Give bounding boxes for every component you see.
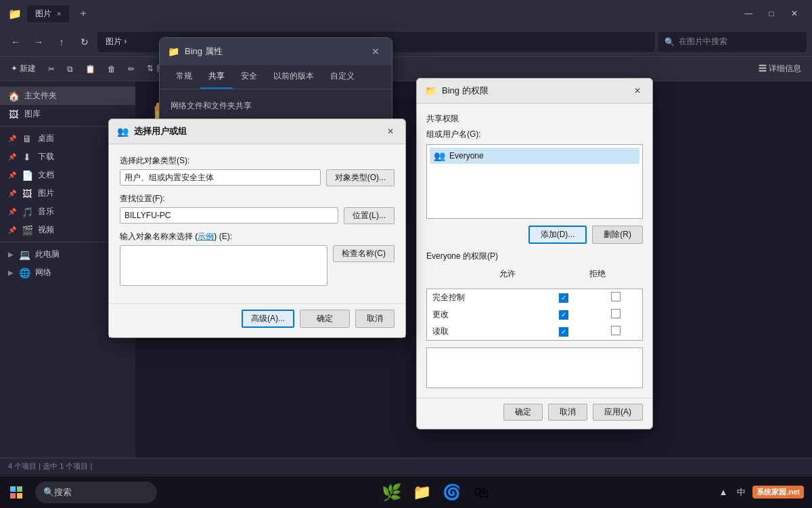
textarea-row: 检查名称(C) [120,245,394,286]
perm-read-allow[interactable]: ✓ [538,323,590,341]
share-perm-label: 共享权限 [426,113,643,125]
perm-change-deny[interactable] [590,306,643,323]
tab-label: 图片 [35,8,51,20]
active-tab[interactable]: 图片 × [27,5,69,22]
bing-props-close[interactable]: ✕ [367,43,384,60]
new-tab-btn[interactable]: + [74,7,91,20]
location-btn[interactable]: 位置(L)... [344,207,394,224]
tab-previous[interactable]: 以前的版本 [265,65,322,89]
rename-btn[interactable]: ✏ [122,62,140,77]
taskbar-show-desktop[interactable]: ▲ [717,486,731,499]
perm-row-full: 完全控制 ✓ [427,289,643,307]
up-btn[interactable]: ↑ [51,32,72,52]
select-user-close[interactable]: ✕ [384,125,397,138]
perm-read-deny[interactable] [590,323,643,341]
select-user-ok-btn[interactable]: 确定 [300,310,350,328]
sidebar-network-label: 网络 [35,267,51,278]
delete-btn[interactable]: 🗑 [102,62,121,77]
bing-props-tabs: 常规 共享 安全 以前的版本 自定义 [160,65,392,89]
perm-titlebar: 📁 Bing 的权限 ✕ [417,79,652,104]
checkbox-change-deny[interactable] [611,309,621,318]
network-icon: 🌐 [19,268,30,278]
svg-rect-0 [10,486,16,492]
home-icon: 🏠 [8,91,19,102]
pin-icon6: 📌 [8,226,16,234]
tab-custom[interactable]: 自定义 [322,65,363,89]
tab-share[interactable]: 共享 [200,65,233,89]
taskbar-edge-icon[interactable]: 🌀 [439,480,464,505]
sidebar-item-home[interactable]: 🏠 主文件夹 [0,87,135,105]
pin-icon4: 📌 [8,190,16,197]
gallery-icon: 🖼 [8,109,19,120]
check-name-btn[interactable]: 检查名称(C) [333,245,394,262]
checkbox-read-deny[interactable] [611,326,621,335]
taskbar-search-icon: 🔍 [43,487,54,497]
start-button[interactable] [0,476,32,509]
select-user-cancel-btn[interactable]: 取消 [355,310,394,328]
search-icon: 🔍 [664,37,675,47]
tab-close-btn[interactable]: × [57,9,61,18]
perm-row-read: 读取 ✓ [427,323,643,341]
details-label: ☰ 详细信息 [759,63,801,75]
perm-username: Everyone [449,151,484,161]
taskbar-store-icon[interactable]: 🛍 [469,480,493,505]
action-bar: ✦ 新建 ✂ ⧉ 📋 🗑 ✏ ⇅ 排序 👁 查看 ··· ☰ 详细信息 [0,57,812,81]
details-btn[interactable]: ☰ 详细信息 [753,60,807,77]
taskbar-explorer-icon[interactable]: 📁 [409,480,434,505]
tab-general[interactable]: 常规 [168,65,200,89]
new-btn[interactable]: ✦ 新建 [5,60,41,77]
perm-user-item[interactable]: 👥 Everyone [430,148,639,164]
perm-apply-btn[interactable]: 应用(A) [593,404,643,421]
perm-cancel-btn[interactable]: 取消 [548,404,587,421]
path-text: 图片 › [106,36,127,47]
copy-btn[interactable]: ⧉ [62,62,78,77]
window-controls: — □ ✕ [739,4,804,23]
perm-ok-btn[interactable]: 确定 [503,404,543,421]
user-input-textarea[interactable] [120,245,328,286]
sidebar-desktop-label: 桌面 [38,133,54,144]
taskbar-search[interactable]: 🔍 搜索 [35,482,157,503]
forward-btn[interactable]: → [28,32,49,52]
perm-close-btn[interactable]: ✕ [631,84,644,98]
select-user-titlebar: 👥 选择用户或组 ✕ [109,119,405,144]
maximize-btn[interactable]: □ [762,4,781,23]
tab-security[interactable]: 安全 [233,65,265,89]
pin-icon2: 📌 [8,153,16,161]
taskbar-grass-icon[interactable]: 🌿 [380,480,404,505]
videos-icon: 🎬 [22,225,32,236]
checkbox-full-deny[interactable] [611,292,621,301]
title-bar: 📁 图片 × + — □ ✕ [0,0,812,27]
add-user-btn[interactable]: 添加(D)... [528,226,587,244]
input-link[interactable]: 示例 [198,232,214,241]
taskbar-search-text: 搜索 [54,486,72,499]
rename-icon: ✏ [128,64,135,74]
checkbox-full-allow[interactable]: ✓ [559,293,568,303]
checkbox-read-allow[interactable]: ✓ [559,327,568,337]
advanced-btn[interactable]: 高级(A)... [242,310,294,328]
perm-body: 共享权限 组或用户名(G): 👥 Everyone 添加(D)... 删除(R)… [417,104,652,398]
svg-rect-2 [10,493,16,499]
back-btn[interactable]: ← [5,32,26,52]
search-bar[interactable]: 🔍 在图片中搜索 [658,32,807,52]
svg-rect-1 [17,486,22,492]
taskbar-lang[interactable]: 中 [734,485,748,500]
perm-change-allow[interactable]: ✓ [538,306,590,323]
cut-btn[interactable]: ✂ [43,62,60,77]
remove-user-btn[interactable]: 删除(R) [592,226,643,244]
object-type-btn[interactable]: 对象类型(O)... [326,169,394,186]
minimize-btn[interactable]: — [739,4,758,23]
refresh-btn[interactable]: ↻ [74,32,95,52]
location-row: BILLYFU-PC 位置(L)... [120,207,394,224]
checkbox-change-allow[interactable]: ✓ [559,310,568,320]
nav-buttons: ← → ↑ ↻ [5,32,95,52]
select-user-footer: 高级(A)... 确定 取消 [109,303,405,337]
close-btn[interactable]: ✕ [785,4,804,23]
pin-icon5: 📌 [8,208,16,215]
allow-header: 允许 [462,266,552,282]
expand-icon2: ▶ [8,269,14,276]
delete-icon: 🗑 [108,64,116,74]
perm-full-deny[interactable] [590,289,643,307]
bing-props-titlebar: 📁 Bing 属性 ✕ [160,38,392,65]
perm-full-allow[interactable]: ✓ [538,289,590,307]
paste-btn[interactable]: 📋 [80,62,101,77]
